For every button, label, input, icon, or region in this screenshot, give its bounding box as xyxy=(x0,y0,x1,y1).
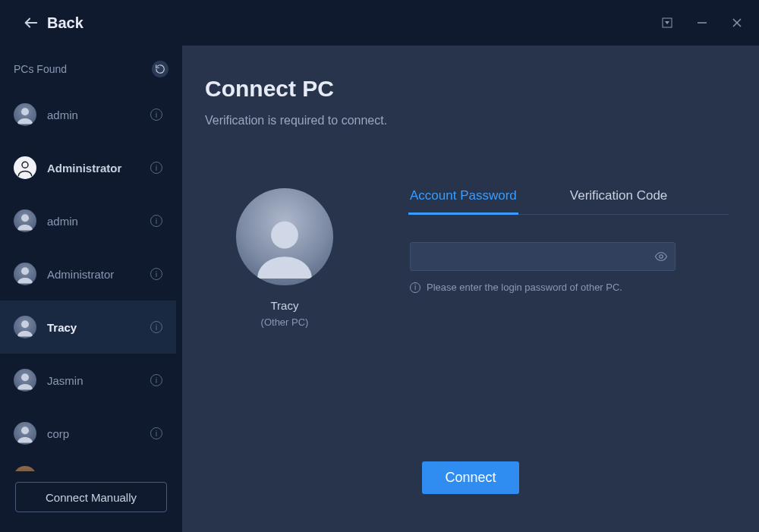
page-title: Connect PC xyxy=(205,76,729,102)
window-controls xyxy=(660,16,744,30)
svg-point-10 xyxy=(21,320,29,328)
minimize-icon[interactable] xyxy=(695,16,709,30)
pc-name: admin xyxy=(47,109,140,121)
svg-point-13 xyxy=(271,222,298,249)
avatar-icon xyxy=(14,316,36,338)
connect-button[interactable]: Connect xyxy=(422,461,518,494)
connect-manually-button[interactable]: Connect Manually xyxy=(15,482,167,512)
tab-account-password[interactable]: Account Password xyxy=(410,188,517,214)
password-input[interactable] xyxy=(410,242,676,271)
avatar-icon xyxy=(14,263,36,285)
dropdown-menu-icon[interactable] xyxy=(660,16,674,30)
show-password-icon[interactable] xyxy=(654,250,668,263)
profile-subtitle: (Other PC) xyxy=(261,316,309,328)
info-icon[interactable]: i xyxy=(150,427,162,439)
titlebar: Back xyxy=(0,0,759,46)
pc-list[interactable]: admin i Administrator i admin i xyxy=(0,88,182,471)
sidebar-footer: Connect Manually xyxy=(0,471,182,532)
back-label: Back xyxy=(47,14,83,32)
pc-list-item[interactable] xyxy=(0,460,176,471)
pc-name: corp xyxy=(47,427,140,440)
pc-list-item[interactable]: Jasmin i xyxy=(0,354,176,407)
info-icon[interactable]: i xyxy=(150,268,162,280)
pc-list-item[interactable]: corp i xyxy=(0,407,176,460)
svg-point-11 xyxy=(21,373,29,381)
profile-avatar-icon xyxy=(236,188,333,285)
svg-point-9 xyxy=(21,267,29,275)
info-icon[interactable]: i xyxy=(150,162,162,174)
back-arrow-icon xyxy=(23,14,39,31)
profile-column: Tracy (Other PC) xyxy=(205,188,364,328)
info-icon[interactable]: i xyxy=(150,215,162,227)
profile-name: Tracy xyxy=(271,299,299,312)
pc-list-item[interactable]: Administrator i xyxy=(0,141,176,194)
info-icon[interactable]: i xyxy=(150,374,162,386)
pc-name: admin xyxy=(47,215,140,228)
form-column: Account Password Verification Code i Ple… xyxy=(410,188,729,328)
page-subtitle: Verification is required to connect. xyxy=(205,114,729,127)
avatar-icon xyxy=(14,422,36,445)
back-button[interactable]: Back xyxy=(23,14,83,32)
avatar-icon xyxy=(14,156,36,179)
pc-name: Tracy xyxy=(47,321,140,334)
tabs: Account Password Verification Code xyxy=(410,188,729,215)
pc-list-item[interactable]: admin i xyxy=(0,88,176,141)
pc-name: Administrator xyxy=(47,162,140,175)
info-icon[interactable]: i xyxy=(150,321,162,333)
pc-name: Administrator xyxy=(47,268,140,281)
sidebar: PCs Found admin i Administrator i xyxy=(0,46,182,532)
avatar-icon xyxy=(14,369,36,392)
svg-point-7 xyxy=(22,162,28,168)
info-icon[interactable]: i xyxy=(150,109,162,121)
svg-point-6 xyxy=(21,108,29,115)
avatar-image-icon xyxy=(14,466,36,471)
svg-point-14 xyxy=(660,255,663,259)
pc-name: Jasmin xyxy=(47,374,140,387)
pc-list-item-selected[interactable]: Tracy i xyxy=(0,301,176,354)
password-field-wrapper xyxy=(410,242,676,271)
pc-list-item[interactable]: admin i xyxy=(0,194,176,247)
password-hint: i Please enter the login password of oth… xyxy=(410,282,729,293)
main: PCs Found admin i Administrator i xyxy=(0,46,759,532)
sidebar-header: PCs Found xyxy=(0,61,182,88)
svg-point-8 xyxy=(21,214,29,222)
sidebar-title: PCs Found xyxy=(14,63,67,75)
close-icon[interactable] xyxy=(730,16,744,30)
content-panel: Connect PC Verification is required to c… xyxy=(182,46,759,532)
tab-verification-code[interactable]: Verification Code xyxy=(570,188,668,214)
info-icon: i xyxy=(410,282,420,293)
avatar-icon xyxy=(14,209,36,232)
svg-point-12 xyxy=(21,427,29,434)
avatar-icon xyxy=(14,103,36,126)
refresh-icon[interactable] xyxy=(152,61,168,77)
hint-text: Please enter the login password of other… xyxy=(427,282,622,293)
pc-list-item[interactable]: Administrator i xyxy=(0,247,176,301)
svg-marker-2 xyxy=(665,21,669,24)
